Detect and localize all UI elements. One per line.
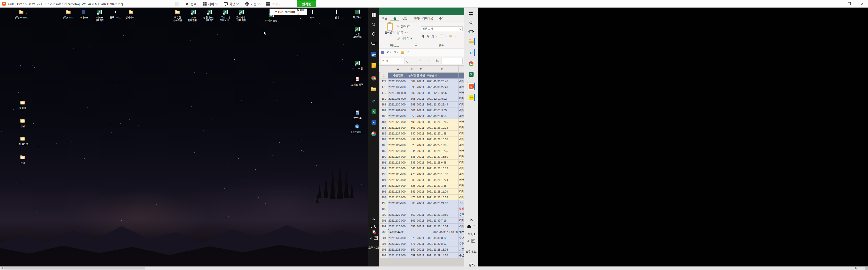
cell-e[interactable]: 리저: [459, 119, 464, 125]
row-number[interactable]: 184: [380, 119, 388, 125]
borders-button[interactable]: [440, 34, 443, 38]
qat-customize-icon[interactable]: ⌄̅: [407, 51, 409, 54]
cell-d[interactable]: 2021-11-29 17:50: [426, 212, 459, 218]
cell-a[interactable]: 20211128-000: [388, 148, 408, 154]
row-number[interactable]: 177: [380, 79, 388, 84]
cell-b[interactable]: 546: [408, 165, 416, 171]
remote-status-button[interactable]: 원격중: [297, 0, 316, 7]
cell-c[interactable]: 20211: [416, 235, 426, 241]
row-number[interactable]: 194: [380, 177, 388, 183]
cell-a[interactable]: 주문번호: [388, 73, 408, 79]
cell-d[interactable]: 2021-11-27 1:38: [426, 142, 459, 148]
row-number[interactable]: 198: [380, 200, 388, 206]
row-number[interactable]: 189: [380, 148, 388, 154]
cell-a[interactable]: 20211130-000: [388, 84, 408, 90]
bold-button[interactable]: 가: [422, 34, 424, 38]
maximize-button[interactable]: [846, 2, 852, 6]
cell-b[interactable]: 550: [408, 247, 416, 252]
row-number[interactable]: 186: [380, 131, 388, 136]
disconnect-button[interactable]: ✕ 종료: [186, 1, 196, 6]
cell-e[interactable]: 리저: [459, 96, 464, 102]
row-number[interactable]: 191: [380, 160, 388, 165]
desktop-icon-양도양수[interactable]: 양도양수: [342, 110, 368, 119]
monitor-select-button[interactable]: 모니터: [266, 1, 280, 6]
cell-b[interactable]: 562: [408, 212, 416, 218]
clock[interactable]: 오후 4:21: [464, 248, 478, 255]
cell-d[interactable]: 2021-12-01 9:22: [426, 96, 459, 102]
scroll-left-arrow[interactable]: [1, 267, 3, 269]
excel-icon[interactable]: X: [467, 71, 475, 78]
cell-c[interactable]: 20211: [416, 102, 426, 108]
cell-a[interactable]: 20211201-000: [388, 90, 408, 96]
cell-a[interactable]: 20211130-000: [388, 241, 408, 247]
desktop-icon-롯데택배 -[interactable]: 롯데택배 -바로 가기: [226, 9, 256, 22]
ime-indicator[interactable]: 가 한: [369, 235, 379, 241]
cell-e[interactable]: 리저: [459, 189, 464, 194]
cell-b[interactable]: 500: [408, 177, 416, 183]
cell-d[interactable]: 2021-11-27 1:38: [426, 183, 459, 189]
name-box[interactable]: I199: [381, 58, 405, 64]
cell-d[interactable]: 2021-11-26 19:24: [426, 177, 459, 183]
tray-expand-chevron[interactable]: [371, 216, 377, 223]
internet-explorer-icon[interactable]: e: [371, 98, 377, 104]
cell-b[interactable]: 555: [408, 113, 416, 119]
cell-b[interactable]: 603: [408, 96, 416, 102]
cell-c[interactable]: 20211: [416, 113, 426, 119]
desktop-icon-하이힐[interactable]: 하이힐: [7, 100, 38, 109]
cell-d[interactable]: 2021-11-27 1:38: [426, 131, 459, 136]
cell-e[interactable]: 수면: [459, 241, 464, 247]
desktop-icon-보험료 청구[interactable]: 보험료 청구: [342, 77, 368, 86]
cell-e[interactable]: [459, 73, 464, 79]
desktop-icon-9월조기환...[interactable]: 9월조기환...: [342, 124, 368, 134]
desktop-icon-신발[interactable]: 신발: [7, 118, 38, 128]
cell-d[interactable]: 2021-11-28 13:12: [426, 165, 459, 171]
cell-c[interactable]: 20211: [416, 160, 426, 165]
ime-indicator[interactable]: A 한: [465, 237, 477, 245]
chrome-icon[interactable]: [467, 60, 475, 68]
cell-a[interactable]: 20211130-000: [388, 218, 408, 223]
row-number[interactable]: 188: [380, 142, 388, 148]
cell-b[interactable]: 566: [408, 200, 416, 206]
cell-c[interactable]: 20211: [416, 171, 426, 177]
cell-d[interactable]: 2021-11-30 7:19: [426, 218, 459, 223]
tab-file[interactable]: 파일: [379, 15, 391, 21]
cell-a[interactable]: 20211127-000: [388, 131, 408, 136]
cell-d[interactable]: 2021-11-30 22:49: [426, 84, 459, 90]
start-button[interactable]: [371, 11, 377, 18]
cell-b[interactable]: 498: [408, 119, 416, 125]
cell-e[interactable]: 리저: [459, 171, 464, 177]
formula-input[interactable]: [441, 58, 463, 64]
feature-menu-button[interactable]: 기능: [245, 1, 260, 6]
cell-d[interactable]: 2021-11-28 15:04: [426, 223, 459, 230]
cell-a[interactable]: 20211126-000: [388, 136, 408, 142]
scroll-right-arrow[interactable]: [856, 267, 857, 269]
cell-c[interactable]: 20211: [416, 241, 426, 247]
excel-icon[interactable]: X: [371, 108, 377, 115]
cell-e[interactable]: 리저: [459, 136, 464, 142]
redo-button[interactable]: ↷: [394, 51, 398, 54]
cell-e[interactable]: 수면: [459, 235, 464, 241]
cut-button[interactable]: ✂잘라내기: [397, 25, 412, 28]
cell-e[interactable]: 리저: [459, 125, 464, 131]
cell-a[interactable]: 20211130-000: [388, 79, 408, 84]
tab-home[interactable]: 홈: [391, 15, 399, 21]
cell-c[interactable]: 20211: [416, 223, 426, 230]
cell-a[interactable]: 20211125-000: [388, 194, 408, 200]
cell-a[interactable]: 20211126-000: [388, 177, 408, 183]
undo-button[interactable]: ↶: [386, 51, 391, 54]
cell-b[interactable]: 544: [408, 148, 416, 154]
cell-b[interactable]: 569: [408, 218, 416, 223]
cell-c[interactable]: 20211: [416, 148, 426, 154]
chevron-up-icon[interactable]: [275, 11, 277, 14]
cell-a[interactable]: 20211127-000: [388, 154, 408, 160]
cell-a[interactable]: 20211125-000: [388, 171, 408, 177]
cell-d[interactable]: 2021-11-28 11:04: [426, 189, 459, 194]
horizontal-scroll-thumb[interactable]: [4, 267, 145, 270]
screen-menu-button[interactable]: 화면: [224, 1, 239, 6]
open-button[interactable]: [401, 51, 404, 54]
tab-page-layout[interactable]: 페이지 레이아웃: [410, 15, 436, 21]
row-number[interactable]: 202: [380, 223, 388, 230]
excel-title-bar[interactable]: [379, 7, 464, 15]
cell-a[interactable]: 20211128-000: [388, 160, 408, 165]
row-number[interactable]: 190: [380, 154, 388, 160]
